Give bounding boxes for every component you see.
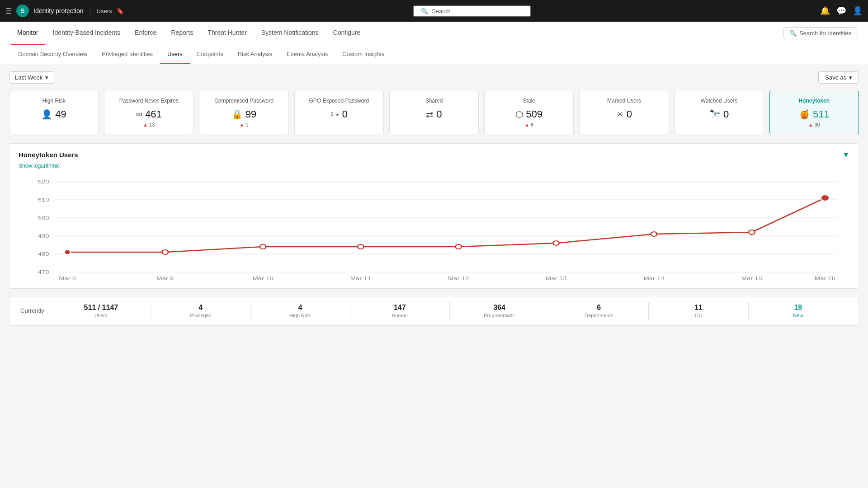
save-as-label: Save as <box>825 74 846 81</box>
save-as-button[interactable]: Save as ▾ <box>818 71 859 84</box>
delta-up-icon: ▲ <box>143 122 148 127</box>
svg-text:490: 490 <box>38 233 49 239</box>
tab-privileged-identities[interactable]: Privileged Identities <box>94 45 160 64</box>
card-pne-value: 461 <box>145 108 162 120</box>
nav-identity-incidents[interactable]: Identity-Based Incidents <box>47 22 127 45</box>
tab-endpoints[interactable]: Endpoints <box>190 45 231 64</box>
chat-icon[interactable]: 💬 <box>836 6 846 16</box>
stat-programmatic-label: Programmatic <box>453 313 545 318</box>
stat-privileged-value: 4 <box>155 304 246 312</box>
chart-container: 520 510 500 490 480 470 <box>19 173 849 281</box>
data-point-mar11 <box>358 244 364 249</box>
stat-ou-label: OU <box>652 313 744 318</box>
stat-high-risk: 4 High Risk <box>250 302 350 320</box>
show-logarithmic-link[interactable]: Show logarithmic <box>19 163 849 169</box>
tab-events-analysis[interactable]: Events Analysis <box>279 45 335 64</box>
card-gpo-exposed[interactable]: GPO Exposed Password 🗝 0 <box>294 91 384 134</box>
stat-new-value: 18 <box>752 304 844 312</box>
tab-custom-insights[interactable]: Custom Insights <box>335 45 392 64</box>
svg-text:500: 500 <box>38 215 49 221</box>
nav-divider <box>90 6 90 15</box>
svg-text:480: 480 <box>38 251 49 257</box>
card-high-risk[interactable]: High Risk 👤 49 <box>9 91 99 134</box>
date-filter-label: Last Week <box>15 74 42 81</box>
card-shared-title: Shared <box>397 98 471 105</box>
global-search[interactable]: 🔍 Search <box>413 5 531 17</box>
card-honeytoken[interactable]: Honeytoken 🍯 511 ▲ 30 <box>769 91 859 134</box>
card-shared-value-row: ⇄ 0 <box>397 108 471 120</box>
chart-title: Honeytoken Users <box>19 151 78 159</box>
card-shared-value: 0 <box>436 108 442 120</box>
stale-icon: ⬡ <box>515 109 523 120</box>
shared-icon: ⇄ <box>426 109 434 120</box>
card-pne-delta: ▲ 13 <box>112 122 186 127</box>
sub-nav: Domain Security Overview Privileged Iden… <box>0 45 868 64</box>
stat-ou: 11 OU <box>649 302 748 320</box>
search-identities-icon: 🔍 <box>789 30 797 37</box>
svg-text:Mar 14: Mar 14 <box>643 275 664 281</box>
infinity-icon: ∞ <box>136 109 142 119</box>
card-gpo-title: GPO Exposed Password <box>302 98 376 105</box>
card-wu-title: Watched Users <box>682 98 756 105</box>
user-icon[interactable]: 👤 <box>853 6 863 16</box>
data-point-mar13 <box>553 241 560 245</box>
search-label: Search <box>432 8 450 14</box>
card-ht-value-row: 🍯 511 <box>777 108 851 120</box>
chart-svg: 520 510 500 490 480 470 <box>19 173 849 281</box>
currently-label: Currently <box>20 307 44 314</box>
stat-high-risk-value: 4 <box>254 304 346 312</box>
card-watched-users[interactable]: Watched Users 🔭 0 <box>675 91 764 134</box>
card-shared[interactable]: Shared ⇄ 0 <box>389 91 479 134</box>
chart-filter-icon[interactable]: ▼ <box>842 151 849 159</box>
filter-row: Last Week ▾ Save as ▾ <box>9 71 859 84</box>
bookmark-icon[interactable]: 🔖 <box>116 7 124 14</box>
search-identities[interactable]: 🔍 Search for identities <box>783 27 857 39</box>
card-stale[interactable]: Stale ⬡ 509 ▲ 6 <box>484 91 574 134</box>
stat-departments-value: 6 <box>553 304 645 312</box>
data-point-mar8 <box>64 250 71 254</box>
card-mu-value: 0 <box>627 108 632 120</box>
data-point-mar16 <box>821 195 829 201</box>
bell-icon[interactable]: 🔔 <box>820 6 830 16</box>
card-high-risk-value-row: 👤 49 <box>17 108 91 120</box>
person-icon: 👤 <box>41 109 52 120</box>
nav-enforce[interactable]: Enforce <box>128 22 163 45</box>
stat-new: 18 New <box>749 302 848 320</box>
hamburger-icon[interactable]: ☰ <box>5 7 12 15</box>
users-nav-link[interactable]: Users <box>97 8 112 14</box>
card-high-risk-title: High Risk <box>17 98 91 105</box>
card-marked-users[interactable]: Marked Users ✳ 0 <box>579 91 669 134</box>
card-wu-value-row: 🔭 0 <box>682 108 756 120</box>
nav-system-notifications[interactable]: System Notifications <box>255 22 325 45</box>
card-cp-value-row: 🔒 99 <box>207 108 281 120</box>
delta-up-icon: ▲ <box>240 122 245 127</box>
data-point-mar14 <box>651 232 657 236</box>
svg-text:470: 470 <box>38 269 49 275</box>
nav-monitor[interactable]: Monitor <box>11 22 45 45</box>
data-point-mar12 <box>455 244 462 249</box>
card-high-risk-value: 49 <box>55 108 66 120</box>
card-cp-value: 99 <box>245 108 256 120</box>
date-filter[interactable]: Last Week ▾ <box>9 71 54 84</box>
nav-configure[interactable]: Configure <box>327 22 367 45</box>
svg-text:510: 510 <box>38 197 49 202</box>
stat-programmatic-value: 364 <box>453 304 545 312</box>
card-stale-title: Stale <box>492 98 566 105</box>
svg-text:Mar 11: Mar 11 <box>350 275 371 281</box>
card-password-never-expires[interactable]: Password Never Expires ∞ 461 ▲ 13 <box>104 91 193 134</box>
card-stale-delta: ▲ 6 <box>492 122 566 127</box>
tab-users[interactable]: Users <box>160 45 190 64</box>
svg-text:520: 520 <box>38 178 49 184</box>
nav-reports[interactable]: Reports <box>165 22 199 45</box>
svg-text:Mar 9: Mar 9 <box>156 275 174 281</box>
top-bar-left: ☰ S Identity protection Users 🔖 <box>5 5 124 17</box>
tab-risk-analysis[interactable]: Risk Analysis <box>231 45 280 64</box>
nav-threat-hunter[interactable]: Threat Hunter <box>201 22 253 45</box>
card-compromised-password[interactable]: Compromised Password 🔒 99 ▲ 1 <box>199 91 288 134</box>
content-area: Last Week ▾ Save as ▾ High Risk 👤 49 Pas… <box>0 64 868 488</box>
tab-domain-security[interactable]: Domain Security Overview <box>11 45 94 64</box>
stat-departments-label: Departments <box>553 313 645 318</box>
card-cp-title: Compromised Password <box>207 98 281 105</box>
chart-line <box>67 198 825 252</box>
honeytoken-icon: 🍯 <box>799 109 810 120</box>
